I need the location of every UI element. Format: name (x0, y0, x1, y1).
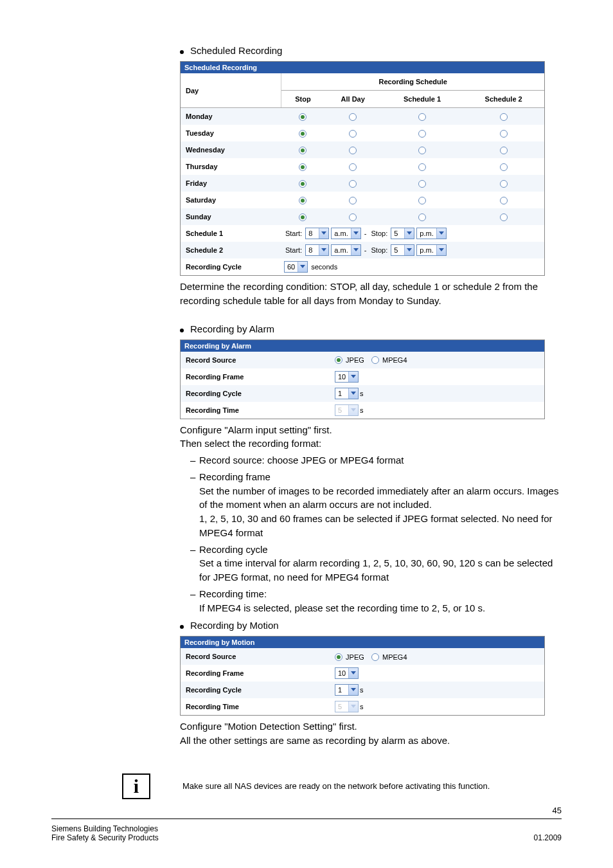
motion-recording-cycle-label: Recording Cycle (181, 682, 331, 698)
schedule1-label: Schedule 1 (181, 225, 281, 242)
motion-panel-header: Recording by Motion (181, 637, 544, 648)
tuesday-allday-radio[interactable] (349, 130, 357, 138)
alarm-cycle-select[interactable]: 1 (335, 388, 359, 399)
day-tuesday: Tuesday (181, 125, 281, 141)
chevron-down-icon (404, 245, 414, 255)
day-monday: Monday (181, 108, 281, 125)
dash-icon: – (190, 455, 199, 466)
sched1-stop-ampm-select[interactable]: p.m. (416, 228, 446, 239)
info-icon: i (122, 773, 150, 799)
sched2-start-ampm-select[interactable]: a.m. (331, 244, 360, 256)
alarm-mpeg4-radio[interactable] (371, 356, 379, 364)
wednesday-stop-radio[interactable] (299, 147, 306, 154)
sched1-start-ampm-select[interactable]: a.m. (331, 228, 360, 239)
sched2-start-hour-select[interactable]: 8 (305, 244, 329, 256)
alarm-record-source-label: Record Source (181, 352, 331, 368)
motion-cycle-select[interactable]: 1 (335, 684, 359, 696)
sched2-stop-ampm-select[interactable]: p.m. (416, 244, 446, 256)
day-friday: Friday (181, 175, 281, 192)
saturday-stop-radio[interactable] (299, 197, 306, 204)
motion-time-select[interactable]: 5 (335, 701, 359, 712)
motion-recording-time-label: Recording Time (181, 698, 331, 715)
recording-by-motion-title: Recording by Motion (190, 619, 279, 632)
alarm-panel-header: Recording by Alarm (181, 340, 544, 352)
sched1-dash: - (364, 230, 367, 237)
alarm-list-c-title: Recording cycle (199, 543, 562, 557)
friday-allday-radio[interactable] (349, 180, 357, 188)
recording-by-alarm-title: Recording by Alarm (190, 322, 274, 336)
svg-marker-2 (407, 231, 412, 235)
wednesday-allday-radio[interactable] (349, 147, 357, 154)
alarm-frame-select[interactable]: 10 (335, 371, 359, 383)
schedule2-label: Schedule 2 (181, 242, 281, 258)
sched2-stop-hour-select[interactable]: 5 (391, 244, 414, 256)
motion-recording-frame-label: Recording Frame (181, 665, 331, 682)
alarm-list-b-line1: Set the number of images to be recorded … (199, 484, 562, 512)
alarm-recording-time-label: Recording Time (181, 402, 331, 419)
saturday-sched2-radio[interactable] (500, 197, 508, 204)
sched1-start-hour-select[interactable]: 8 (305, 228, 329, 239)
svg-marker-8 (300, 265, 305, 268)
svg-marker-0 (321, 231, 326, 235)
chevron-down-icon (319, 245, 328, 255)
thursday-stop-radio[interactable] (299, 163, 306, 171)
tuesday-sched2-radio[interactable] (500, 130, 508, 138)
wednesday-sched2-radio[interactable] (500, 147, 508, 154)
sunday-allday-radio[interactable] (349, 213, 357, 221)
svg-marker-3 (439, 231, 444, 235)
monday-stop-radio[interactable] (299, 113, 306, 121)
tuesday-sched1-radio[interactable] (418, 130, 426, 138)
recording-cycle-select[interactable]: 60 (284, 261, 308, 273)
friday-stop-radio[interactable] (299, 180, 306, 188)
recording-by-alarm-panel: Recording by Alarm Record Source JPEG MP… (180, 339, 545, 419)
page-number: 45 (553, 806, 562, 815)
thursday-allday-radio[interactable] (349, 163, 357, 171)
saturday-sched1-radio[interactable] (418, 197, 426, 204)
sunday-sched2-radio[interactable] (500, 213, 508, 221)
tuesday-stop-radio[interactable] (299, 130, 306, 138)
sched2-stop-label: Stop: (371, 246, 388, 254)
chevron-down-icon (348, 685, 358, 695)
wednesday-sched1-radio[interactable] (418, 147, 426, 154)
scheduled-desc: Determine the recording condition: STOP,… (180, 280, 562, 308)
svg-marker-13 (351, 688, 356, 691)
col-sched1: Schedule 1 (382, 91, 463, 108)
recording-schedule-header: Recording Schedule (281, 73, 544, 91)
thursday-sched2-radio[interactable] (500, 163, 508, 171)
svg-marker-9 (351, 375, 356, 378)
bullet-icon (180, 329, 184, 332)
alarm-list-b-line2: 1, 2, 5, 10, 30 and 60 frames can be sel… (199, 512, 562, 540)
motion-jpeg-radio[interactable] (335, 653, 342, 661)
svg-marker-5 (353, 248, 359, 251)
motion-frame-select[interactable]: 10 (335, 667, 359, 679)
friday-sched2-radio[interactable] (500, 180, 508, 188)
monday-sched1-radio[interactable] (418, 113, 426, 121)
alarm-para1: Configure "Alarm input setting" first. (180, 423, 562, 437)
alarm-jpeg-radio[interactable] (335, 356, 342, 364)
alarm-time-select[interactable]: 5 (335, 404, 359, 416)
day-saturday: Saturday (181, 192, 281, 208)
alarm-list-d-line1: If MPEG4 is selected, please set the rec… (199, 601, 562, 615)
monday-sched2-radio[interactable] (500, 113, 508, 121)
info-note: Make sure all NAS devices are ready on t… (182, 781, 490, 791)
friday-sched1-radio[interactable] (418, 180, 426, 188)
alarm-recording-frame-label: Recording Frame (181, 368, 331, 385)
alarm-time-unit: s (360, 406, 364, 414)
sunday-stop-radio[interactable] (299, 213, 306, 221)
day-thursday: Thursday (181, 158, 281, 175)
col-allday: All Day (324, 91, 382, 108)
sunday-sched1-radio[interactable] (418, 213, 426, 221)
monday-allday-radio[interactable] (349, 113, 357, 121)
svg-marker-12 (351, 671, 356, 674)
motion-time-unit: s (360, 703, 364, 710)
sched1-stop-hour-select[interactable]: 5 (391, 228, 414, 239)
thursday-sched1-radio[interactable] (418, 163, 426, 171)
saturday-allday-radio[interactable] (349, 197, 357, 204)
motion-mpeg4-radio[interactable] (371, 653, 379, 661)
svg-marker-7 (439, 248, 444, 251)
sched1-start-label: Start: (285, 230, 302, 237)
chevron-down-icon (351, 245, 360, 255)
footer-org2: Fire Safety & Security Products (51, 833, 159, 842)
chevron-down-icon (348, 372, 358, 382)
scheduled-recording-panel: Scheduled Recording Day Recording Schedu… (180, 61, 545, 276)
